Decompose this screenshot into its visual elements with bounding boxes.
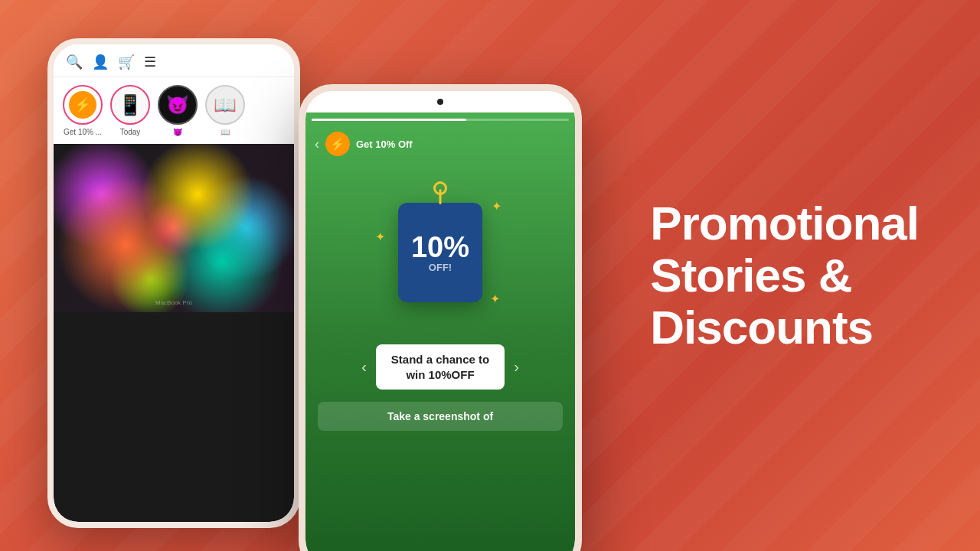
story-progress-bar [312, 119, 569, 121]
lightning-badge: ⚡ [69, 91, 96, 119]
story-label-4: 📖 [220, 128, 230, 136]
stories-row: ⚡ Get 10% ... 📱 Today 😈 😈 📖 📖 [54, 77, 294, 144]
price-tag-illustration: ✦ ✦ ✦ 10% OFF! [387, 184, 494, 321]
story-label-3: 😈 [173, 128, 182, 136]
cta-button[interactable]: Stand a chance to win 10%OFF [376, 344, 505, 390]
story-item-gray[interactable]: 📖 📖 [205, 85, 245, 136]
sparkle-3-icon: ✦ [490, 292, 500, 306]
phone-back-navbar: 🔍 👤 🛒 ☰ [54, 44, 294, 77]
promo-line1: Promotional [650, 197, 919, 249]
phone-back: 🔍 👤 🛒 ☰ ⚡ Get 10% ... 📱 To [47, 38, 300, 528]
promo-heading: Promotional Stories & Discounts [650, 197, 919, 354]
back-arrow-icon[interactable]: ‹ [315, 136, 319, 152]
story-header-title: Get 10% Off [356, 139, 413, 150]
menu-icon[interactable]: ☰ [144, 54, 156, 70]
cta-text: Stand a chance to win 10%OFF [391, 352, 489, 382]
story-label-2: Today [120, 128, 141, 136]
cart-icon[interactable]: 🛒 [118, 54, 135, 70]
story-item-dark[interactable]: 😈 😈 [158, 85, 198, 136]
cta-container: ‹ Stand a chance to win 10%OFF › [346, 344, 534, 390]
promo-line2: Stories & [650, 249, 851, 302]
art-flowers [54, 144, 294, 312]
sparkle-2-icon: ✦ [375, 230, 385, 244]
story-content: ‹ ⚡ Get 10% Off ✦ ✦ ✦ 10% OFF! ‹ [305, 112, 575, 551]
right-text-block: Promotional Stories & Discounts [650, 197, 919, 354]
cta-line2: win 10%OFF [406, 368, 474, 381]
screenshot-prompt-text: Take a screenshot of [387, 410, 493, 422]
next-arrow-icon[interactable]: › [514, 358, 519, 376]
colorful-art: MacBook Pro [54, 144, 294, 312]
screenshot-prompt-container: Take a screenshot of [318, 402, 563, 431]
cta-line1: Stand a chance to [391, 353, 489, 366]
tag-off-label: OFF! [429, 262, 452, 273]
sparkle-1-icon: ✦ [492, 199, 501, 214]
search-icon[interactable]: 🔍 [66, 54, 83, 70]
price-tag: 10% OFF! [398, 203, 482, 302]
story-header: ‹ ⚡ Get 10% Off [305, 127, 575, 161]
macbook-label: MacBook Pro [155, 299, 192, 306]
promo-line3: Discounts [650, 301, 873, 354]
prev-arrow-icon[interactable]: ‹ [361, 358, 367, 376]
story-item-lightning[interactable]: ⚡ Get 10% ... [63, 85, 103, 136]
story-item-product[interactable]: 📱 Today [110, 85, 150, 136]
story-avatar-4: 📖 [205, 85, 245, 125]
phone-notch [305, 91, 575, 112]
phone-front: ‹ ⚡ Get 10% Off ✦ ✦ ✦ 10% OFF! ‹ [299, 84, 582, 551]
story-avatar-3: 😈 [158, 85, 198, 125]
camera-dot [437, 99, 443, 105]
story-label-1: Get 10% ... [64, 128, 102, 136]
tag-percent: 10% [411, 233, 469, 262]
phone-back-content: MacBook Pro [54, 144, 294, 522]
scene: 🔍 👤 🛒 ☰ ⚡ Get 10% ... 📱 To [0, 0, 980, 551]
user-icon[interactable]: 👤 [92, 54, 109, 70]
story-logo: ⚡ [325, 132, 350, 156]
story-avatar-2: 📱 [110, 85, 150, 125]
story-progress-fill [312, 119, 466, 121]
